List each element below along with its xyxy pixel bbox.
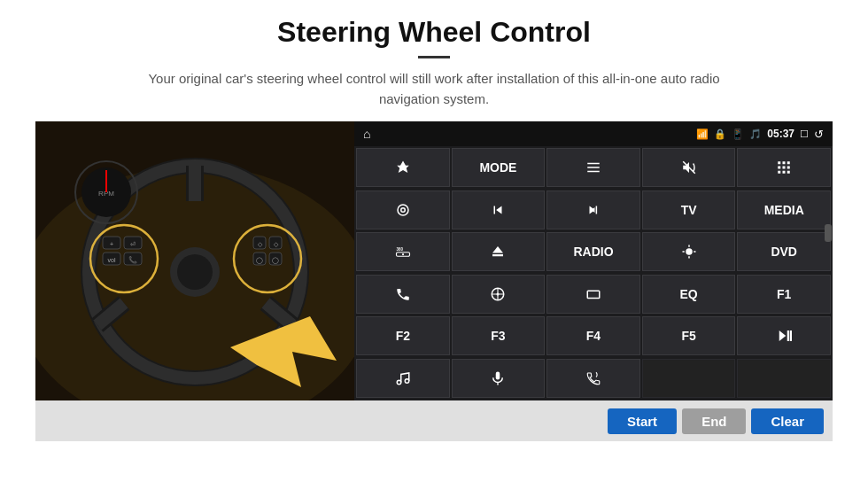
svg-text:360: 360 [396, 247, 403, 252]
svg-point-62 [397, 380, 401, 385]
svg-point-45 [401, 207, 406, 212]
svg-rect-42 [783, 171, 786, 174]
media-btn[interactable]: MEDIA [737, 190, 831, 229]
svg-point-44 [398, 205, 408, 215]
clear-button[interactable]: Clear [751, 408, 824, 434]
svg-rect-38 [778, 167, 780, 169]
end-button[interactable]: End [682, 408, 746, 434]
cam360-btn[interactable]: 360 [356, 232, 450, 271]
time-display: 05:37 [767, 128, 794, 140]
mode-btn[interactable]: MODE [452, 148, 546, 187]
svg-text:◯: ◯ [256, 257, 263, 264]
start-button[interactable]: Start [608, 408, 677, 434]
eject-btn[interactable] [452, 232, 546, 271]
phone-vol-btn[interactable] [546, 359, 640, 398]
empty-btn-5 [737, 359, 831, 398]
screen-icon: ☐ [800, 128, 809, 140]
lock-icon: 🔒 [714, 128, 726, 140]
nav-btn[interactable] [356, 148, 450, 187]
list-btn[interactable] [546, 148, 640, 187]
f1-btn[interactable]: F1 [737, 275, 831, 314]
empty-btn-4 [642, 359, 736, 398]
settings-ring-btn[interactable] [356, 190, 450, 229]
music-btn[interactable] [356, 359, 450, 398]
phone-btn[interactable] [356, 275, 450, 314]
svg-text:📞: 📞 [128, 255, 137, 264]
svg-point-57 [497, 292, 500, 295]
playpause-btn[interactable] [737, 316, 831, 355]
wifi-icon: 📶 [696, 128, 709, 140]
status-right: 📶 🔒 📱 🎵 05:37 ☐ ↺ [696, 128, 824, 141]
f3-btn[interactable]: F3 [452, 316, 546, 355]
f2-btn[interactable]: F2 [356, 316, 450, 355]
svg-rect-37 [787, 161, 790, 164]
home-icon[interactable]: ⌂ [363, 127, 370, 141]
mute-btn[interactable] [642, 148, 736, 187]
svg-rect-39 [783, 167, 786, 169]
brightness-btn[interactable] [642, 232, 736, 271]
svg-rect-41 [778, 171, 780, 174]
svg-rect-50 [492, 254, 503, 256]
svg-point-51 [686, 248, 693, 255]
svg-rect-40 [787, 167, 790, 169]
svg-marker-59 [779, 330, 787, 341]
svg-marker-49 [492, 246, 503, 253]
svg-text:vol: vol [108, 257, 116, 263]
svg-rect-61 [790, 330, 792, 341]
svg-point-11 [177, 254, 213, 290]
sim-icon: 📱 [732, 128, 744, 140]
f5-btn[interactable]: F5 [642, 316, 736, 355]
page-title: Steering Wheel Control [277, 16, 591, 49]
svg-rect-35 [778, 161, 780, 164]
svg-rect-64 [496, 371, 500, 379]
radio-btn[interactable]: RADIO [546, 232, 640, 271]
back-icon[interactable]: ↺ [814, 128, 824, 141]
f4-btn[interactable]: F4 [546, 316, 640, 355]
control-panel: ⌂ 📶 🔒 📱 🎵 05:37 ☐ ↺ MODE [354, 121, 833, 400]
button-grid: MODE [354, 146, 833, 400]
action-bar: Start End Clear [35, 400, 833, 441]
svg-point-48 [402, 253, 404, 255]
svg-text:+: + [110, 241, 113, 247]
svg-text:◯: ◯ [272, 257, 279, 264]
steering-wheel-image: + vol ⏎ 📞 ◇ ◇ ◯ ◯ [35, 121, 354, 400]
svg-rect-58 [587, 291, 600, 298]
mic-btn[interactable] [452, 359, 546, 398]
bt-icon: 🎵 [749, 128, 762, 140]
content-row: + vol ⏎ 📞 ◇ ◇ ◯ ◯ [35, 121, 833, 400]
svg-rect-36 [783, 161, 786, 164]
page-container: Steering Wheel Control Your original car… [0, 0, 868, 482]
scroll-indicator [825, 224, 832, 242]
title-divider [418, 56, 450, 58]
status-bar: ⌂ 📶 🔒 📱 🎵 05:37 ☐ ↺ [354, 121, 833, 146]
prev-btn[interactable] [452, 190, 546, 229]
subtitle: Your original car's steering wheel contr… [124, 69, 744, 109]
svg-text:⏎: ⏎ [130, 241, 136, 247]
rect-btn[interactable] [546, 275, 640, 314]
svg-point-63 [405, 378, 409, 383]
svg-rect-43 [787, 171, 790, 174]
dvd-btn[interactable]: DVD [737, 232, 831, 271]
next-btn[interactable] [546, 190, 640, 229]
grid-btn[interactable] [737, 148, 831, 187]
tv-btn[interactable]: TV [642, 190, 736, 229]
navi-btn[interactable] [452, 275, 546, 314]
eq-btn[interactable]: EQ [642, 275, 736, 314]
svg-rect-60 [787, 330, 789, 341]
